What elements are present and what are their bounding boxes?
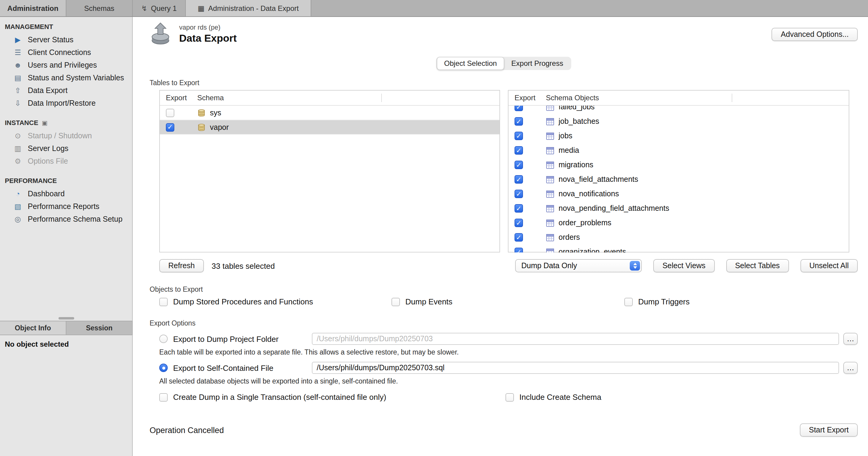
export-options-label: Export Options: [150, 319, 858, 327]
dump-events-checkbox[interactable]: Dump Events: [392, 297, 624, 306]
export-checkbox[interactable]: [515, 117, 523, 125]
object-name: nova_field_attachments: [559, 175, 638, 183]
select-tables-button[interactable]: Select Tables: [726, 259, 789, 273]
sidebar-item-startup-shutdown[interactable]: ⊙Startup / Shutdown: [0, 129, 132, 142]
sidebar-item-data-import-restore[interactable]: ⇩Data Import/Restore: [0, 97, 132, 109]
select-views-button[interactable]: Select Views: [653, 259, 714, 273]
table-row[interactable]: sys: [160, 106, 499, 120]
checkbox-icon[interactable]: [505, 393, 514, 401]
export-checkbox[interactable]: [166, 123, 174, 131]
advanced-options-button[interactable]: Advanced Options...: [772, 28, 858, 41]
sidebar-splitter[interactable]: [0, 316, 133, 321]
table-row[interactable]: nova_notifications: [508, 187, 849, 201]
dump-stored-procedures-checkbox[interactable]: Dump Stored Procedures and Functions: [159, 297, 392, 306]
export-project-folder-radio[interactable]: [159, 335, 168, 343]
export-checkbox[interactable]: [515, 146, 523, 154]
sidebar-item-label: Data Export: [28, 86, 67, 94]
checkbox-icon[interactable]: [159, 393, 168, 401]
checkbox-icon[interactable]: [624, 297, 633, 306]
tab-administration-data-export[interactable]: ▦ Administration - Data Export: [186, 0, 311, 16]
export-checkbox[interactable]: [515, 132, 523, 140]
sidebar-bottom-tabs: Object Info Session: [0, 321, 133, 335]
export-checkbox[interactable]: [515, 106, 523, 111]
data-export-icon: ⇧: [13, 87, 22, 94]
table-row[interactable]: order_problems: [508, 216, 849, 230]
schema-table-panel: Export Schema sysvapor: [159, 90, 500, 253]
sidebar-item-performance-schema-setup[interactable]: ◎Performance Schema Setup: [0, 212, 132, 225]
table-row[interactable]: jobs: [508, 129, 849, 143]
tab-administration[interactable]: Administration: [0, 0, 66, 16]
sidebar-item-server-logs[interactable]: ▥Server Logs: [0, 142, 132, 154]
dump-events-label: Dump Events: [405, 297, 453, 306]
tab-query-1-label: Query 1: [151, 4, 177, 12]
table-row[interactable]: media: [508, 143, 849, 158]
table-row[interactable]: orders: [508, 230, 849, 245]
table-row[interactable]: nova_field_attachments: [508, 172, 849, 187]
export-checkbox[interactable]: [515, 248, 523, 253]
table-row[interactable]: migrations: [508, 158, 849, 172]
start-export-button[interactable]: Start Export: [800, 423, 858, 437]
self-contained-path-input[interactable]: [312, 362, 839, 374]
dump-triggers-checkbox[interactable]: Dump Triggers: [624, 297, 690, 306]
sidebar-item-dashboard[interactable]: ◔Dashboard: [0, 187, 132, 200]
sidebar-item-options-file[interactable]: ⚙Options File: [0, 154, 132, 167]
export-checkbox[interactable]: [515, 190, 523, 198]
sidebar-item-performance-reports[interactable]: ▧Performance Reports: [0, 200, 132, 212]
tab-object-selection[interactable]: Object Selection: [437, 57, 504, 70]
tab-session[interactable]: Session: [66, 321, 133, 335]
table-icon: [546, 106, 554, 111]
column-divider[interactable]: [732, 94, 732, 102]
table-row[interactable]: failed_jobs: [508, 106, 849, 114]
project-folder-browse-button[interactable]: …: [843, 333, 858, 345]
tab-object-info[interactable]: Object Info: [0, 321, 66, 335]
sidebar-item-client-connections[interactable]: ☰Client Connections: [0, 46, 132, 59]
project-folder-path-input[interactable]: [312, 333, 839, 345]
export-checkbox[interactable]: [515, 161, 523, 169]
table-row[interactable]: organization_events: [508, 245, 849, 253]
checkbox-icon[interactable]: [159, 297, 168, 306]
sidebar-item-users-and-privileges[interactable]: ☻Users and Privileges: [0, 59, 132, 71]
self-contained-browse-button[interactable]: …: [843, 362, 858, 374]
tab-export-progress[interactable]: Export Progress: [504, 57, 570, 69]
footer-bar: Operation Cancelled Start Export: [150, 423, 858, 437]
column-header-schema[interactable]: Schema: [197, 94, 224, 102]
tab-query-1[interactable]: ↯ Query 1: [133, 0, 186, 16]
schema-objects-scroll-area[interactable]: failed_jobsjob_batchesjobsmediamigration…: [508, 106, 849, 253]
export-self-contained-radio[interactable]: [159, 364, 168, 372]
object-name: job_batches: [559, 117, 599, 125]
export-checkbox[interactable]: [515, 175, 523, 183]
page-title: Data Export: [179, 33, 237, 45]
refresh-button[interactable]: Refresh: [159, 259, 204, 273]
unselect-all-button[interactable]: Unselect All: [800, 259, 858, 273]
sidebar: MANAGEMENT▶Server Status☰Client Connecti…: [0, 17, 133, 456]
table-row[interactable]: job_batches: [508, 114, 849, 129]
export-checkbox[interactable]: [515, 219, 523, 227]
data-export-page-icon: [150, 22, 171, 48]
tab-schemas[interactable]: Schemas: [66, 0, 133, 16]
checkbox-icon[interactable]: [392, 297, 400, 306]
sidebar-item-label: Users and Privileges: [28, 61, 97, 69]
sidebar-item-data-export[interactable]: ⇧Data Export: [0, 84, 132, 97]
export-checkbox[interactable]: [515, 233, 523, 241]
single-transaction-checkbox[interactable]: Create Dump in a Single Transaction (sel…: [159, 393, 505, 402]
tables-to-export-label: Tables to Export: [150, 79, 858, 86]
sidebar-item-server-status[interactable]: ▶Server Status: [0, 33, 132, 46]
users-privileges-icon: ☻: [13, 61, 22, 68]
sidebar-item-label: Server Logs: [28, 144, 68, 152]
table-row[interactable]: nova_pending_field_attachments: [508, 201, 849, 216]
include-create-schema-checkbox[interactable]: Include Create Schema: [505, 393, 601, 402]
data-import-icon: ⇩: [13, 99, 22, 107]
export-checkbox[interactable]: [166, 108, 174, 117]
column-divider[interactable]: [381, 94, 382, 102]
dump-type-select[interactable]: Dump Data Only: [515, 259, 642, 273]
project-folder-option-row: Export to Dump Project Folder …: [159, 333, 858, 345]
table-row[interactable]: vapor: [160, 120, 499, 135]
column-header-schema-objects[interactable]: Schema Objects: [546, 94, 599, 102]
dashboard-icon: ◔: [13, 190, 22, 197]
column-header-export[interactable]: Export: [508, 94, 546, 102]
export-checkbox[interactable]: [515, 204, 523, 212]
column-header-export[interactable]: Export: [160, 94, 197, 102]
export-project-folder-label: Export to Dump Project Folder: [173, 334, 312, 343]
sidebar-item-label: Performance Schema Setup: [28, 215, 122, 223]
sidebar-item-status-and-system-variables[interactable]: ▤Status and System Variables: [0, 71, 132, 84]
